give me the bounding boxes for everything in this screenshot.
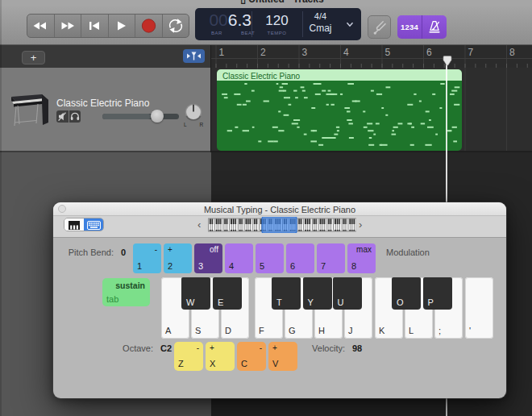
svg-text:1: 1 [219, 47, 225, 58]
svg-text:R: R [200, 122, 204, 127]
svg-text:7: 7 [468, 47, 474, 58]
svg-text:5: 5 [385, 47, 391, 58]
svg-text:L: L [184, 122, 187, 127]
svg-text:3: 3 [302, 47, 308, 58]
svg-text:6: 6 [426, 47, 432, 58]
svg-text:8: 8 [509, 47, 515, 58]
svg-text:2: 2 [260, 47, 266, 58]
svg-text:4: 4 [343, 47, 349, 58]
